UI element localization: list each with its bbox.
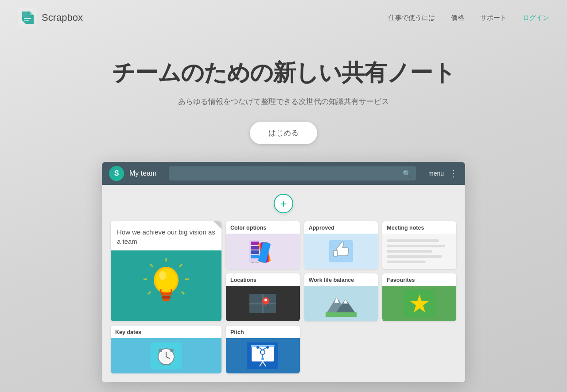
svg-line-7	[150, 264, 153, 267]
svg-rect-30	[334, 250, 338, 256]
svg-rect-39	[326, 312, 357, 317]
large-card-image	[111, 250, 221, 321]
card-work-life-balance[interactable]: Work life balance	[304, 273, 378, 321]
card-key-dates-title: Key dates	[111, 326, 221, 338]
scrapbox-logo-icon	[18, 8, 37, 27]
card-key-dates[interactable]: Key dates	[111, 326, 221, 373]
large-card-text: How we achieve our big vision as a team	[111, 221, 221, 250]
app-search-input[interactable]	[169, 166, 416, 181]
svg-point-33	[264, 299, 267, 301]
card-locations-image	[226, 286, 300, 321]
lightbulb-icon	[142, 257, 190, 315]
search-wrapper: 🔍	[169, 166, 416, 181]
svg-rect-16	[161, 292, 171, 296]
svg-point-47	[159, 349, 162, 352]
pantone-icon: PANTONE	[247, 238, 278, 265]
navbar: Scrapbox 仕事で使うには 価格 サポート ログイン	[0, 0, 567, 35]
card-approved[interactable]: Approved	[304, 221, 378, 269]
card-color-options[interactable]: Color options PANTONE	[226, 221, 300, 269]
add-button-wrap: +	[111, 194, 456, 213]
svg-rect-18	[163, 299, 170, 301]
card-pitch-image	[226, 338, 300, 373]
app-header: S My team 🔍 menu ⋮	[102, 162, 465, 185]
mountains-icon	[326, 290, 357, 317]
svg-line-11	[148, 292, 151, 294]
nav-support[interactable]: サポート	[480, 14, 507, 22]
app-more-icon[interactable]: ⋮	[449, 168, 458, 179]
nav-links: 仕事で使うには 価格 サポート ログイン	[388, 14, 549, 22]
svg-point-56	[256, 346, 259, 349]
app-menu-label[interactable]: menu	[428, 170, 444, 177]
svg-point-14	[155, 269, 177, 292]
card-wlb-title: Work life balance	[304, 273, 378, 286]
hero-section: チームのための新しい共有ノート あらゆる情報をつなげて整理できる次世代の知識共有…	[0, 35, 567, 162]
svg-rect-53	[251, 345, 275, 347]
card-fav-title: Favourites	[382, 273, 456, 286]
card-locations-title: Locations	[226, 273, 300, 286]
star-icon	[404, 290, 435, 317]
card-wlb-image	[304, 286, 378, 321]
nav-login[interactable]: ログイン	[523, 14, 549, 22]
add-page-button[interactable]: +	[274, 194, 293, 213]
app-team-name: My team	[129, 169, 156, 177]
presentation-icon	[247, 342, 278, 369]
svg-rect-5	[24, 20, 29, 21]
svg-line-12	[182, 292, 184, 294]
card-large[interactable]: How we achieve our big vision as a team	[111, 221, 221, 321]
card-color-options-title: Color options	[226, 221, 300, 234]
cta-button[interactable]: はじめる	[250, 122, 317, 144]
card-approved-image	[304, 234, 378, 269]
card-locations[interactable]: Locations	[226, 273, 300, 321]
card-pitch[interactable]: Pitch	[226, 326, 300, 373]
svg-rect-21	[251, 246, 259, 250]
nav-pricing[interactable]: 価格	[451, 14, 464, 22]
card-key-dates-image	[111, 338, 221, 373]
card-fav-image	[382, 286, 456, 321]
thumbsup-icon	[326, 238, 357, 265]
app-logo: S	[109, 166, 124, 181]
svg-point-60	[261, 357, 264, 360]
card-meeting-notes-image	[382, 234, 456, 269]
hero-title: チームのための新しい共有ノート	[9, 58, 558, 88]
svg-marker-3	[22, 12, 27, 17]
svg-rect-22	[251, 250, 259, 254]
card-meeting-notes[interactable]: Meeting notes	[382, 221, 456, 269]
svg-point-58	[266, 346, 269, 349]
svg-line-8	[179, 264, 182, 267]
svg-rect-20	[251, 242, 259, 245]
card-meeting-notes-title: Meeting notes	[382, 221, 456, 234]
card-favourites[interactable]: Favourites	[382, 273, 456, 321]
svg-rect-23	[251, 255, 259, 258]
logo-text: Scrapbox	[42, 12, 83, 23]
logo[interactable]: Scrapbox	[18, 8, 83, 27]
app-body: + How we achieve our big vision as a tea…	[102, 185, 465, 382]
app-preview: S My team 🔍 menu ⋮ + How we achieve our …	[102, 162, 465, 382]
card-pitch-title: Pitch	[226, 326, 300, 338]
map-icon	[247, 290, 278, 317]
svg-rect-4	[24, 18, 31, 19]
card-color-options-image: PANTONE	[226, 234, 300, 269]
card-approved-title: Approved	[304, 221, 378, 234]
svg-point-15	[159, 271, 166, 280]
hero-subtitle: あらゆる情報をつなげて整理できる次世代の知識共有サービス	[9, 96, 558, 107]
svg-text:PANTONE: PANTONE	[251, 261, 259, 264]
clock-icon	[151, 342, 182, 369]
nav-work-use[interactable]: 仕事で使うには	[388, 14, 435, 22]
svg-rect-17	[162, 296, 171, 299]
search-icon: 🔍	[403, 169, 412, 178]
svg-point-48	[170, 349, 174, 352]
cards-grid: How we achieve our big vision as a team	[111, 221, 456, 373]
